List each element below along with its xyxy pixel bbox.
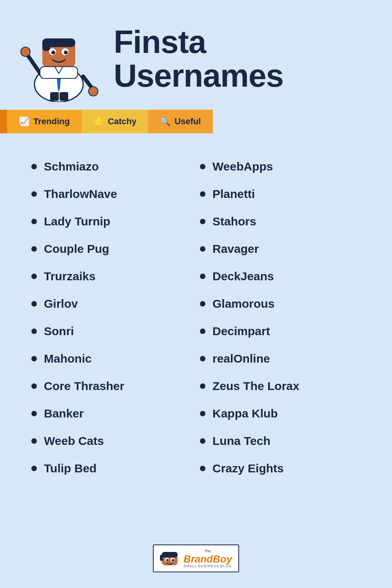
username-text: Lady Turnip [44,215,110,228]
list-item: Mahonic [31,345,200,372]
username-text: Decimpart [212,325,270,338]
header: Finsta Usernames [0,0,392,110]
username-text: Glamorous [212,297,274,310]
username-text: Tulip Bed [44,462,96,475]
content-area: SchmiazoTharlowNaveLady TurnipCouple Pug… [0,145,392,533]
tag-useful[interactable]: 🔍 Useful [148,110,212,133]
list-item: Decimpart [200,318,368,345]
list-item: Crazy Eights [200,455,368,482]
list-item: Schmiazo [31,153,200,180]
list-item: Sonri [31,318,200,345]
useful-icon: 🔍 [160,116,171,127]
username-text: Trurzaiks [44,270,96,283]
bullet-point [31,246,37,252]
list-item: realOnline [200,345,368,372]
bullet-point [31,356,37,361]
left-accent [0,110,7,133]
bullet-point [200,383,205,389]
username-text: Crazy Eights [212,462,284,475]
title-block: Finsta Usernames [114,25,283,93]
username-text: Stahors [212,215,256,228]
username-text: Core Thrasher [44,379,124,393]
svg-rect-26 [160,555,163,561]
username-text: Luna Tech [212,434,270,448]
page-wrapper: Finsta Usernames 📈 Trending ⭐ Catchy 🔍 U… [0,0,392,588]
username-text: Ravager [212,242,259,256]
page-title-line2: Usernames [114,59,283,93]
username-text: Weeb Cats [44,434,104,448]
svg-point-14 [89,87,98,96]
username-text: Kappa Klub [212,407,278,420]
list-item: Lady Turnip [31,208,200,235]
svg-rect-16 [60,92,68,101]
bullet-point [200,246,205,252]
brand-mascot-small [160,549,180,568]
svg-point-24 [166,559,169,561]
brand-name: BrandBoy [183,554,232,565]
username-text: Banker [44,407,84,420]
list-item: Tulip Bed [31,455,200,482]
list-item: Planetti [200,180,368,208]
bullet-point [200,328,205,334]
username-text: Girlov [44,297,78,310]
list-item: WeebApps [200,153,368,180]
tag-trending[interactable]: 📈 Trending [7,110,82,133]
footer: the BrandBoy SMALL BUSINESS BLOG [0,533,392,588]
bullet-point [200,356,205,361]
svg-rect-10 [42,39,50,51]
brand-name-part2: Boy [213,553,232,565]
svg-rect-21 [162,552,178,557]
bullet-point [200,191,205,197]
bullet-point [200,301,205,307]
svg-rect-15 [50,92,59,101]
list-item: Luna Tech [200,427,368,455]
bullet-point [31,466,37,471]
bullet-point [31,219,37,224]
list-item: Glamorous [200,290,368,318]
bullet-point [31,383,37,389]
bullet-point [200,466,205,471]
tag-trending-label: Trending [33,116,70,127]
list-item: Ravager [200,235,368,263]
svg-point-12 [21,47,30,56]
bullet-point [200,438,205,444]
svg-rect-17 [40,67,78,78]
bullet-point [31,328,37,334]
list-item: Trurzaiks [31,263,200,290]
brand-logo: the BrandBoy SMALL BUSINESS BLOG [153,544,239,572]
list-item: TharlowNave [31,180,200,208]
list-item: Stahors [200,208,368,235]
list-item: DeckJeans [200,263,368,290]
left-column: SchmiazoTharlowNaveLady TurnipCouple Pug… [31,153,200,517]
list-item: Zeus The Lorax [200,372,368,400]
username-text: Zeus The Lorax [212,379,299,393]
list-item: Weeb Cats [31,427,200,455]
svg-line-13 [83,76,92,88]
username-text: Sonri [44,325,74,338]
tag-catchy-label: Catchy [108,116,136,127]
brand-tagline: SMALL BUSINESS BLOG [183,564,232,568]
page-title-line1: Finsta [114,25,283,59]
svg-point-8 [64,51,68,54]
bullet-point [200,411,205,416]
list-item: Girlov [31,290,200,318]
bullet-point [200,164,205,169]
bullet-point [31,191,37,197]
username-text: WeebApps [212,160,273,173]
bullet-point [31,438,37,444]
svg-point-7 [51,51,55,54]
list-item: Kappa Klub [200,400,368,427]
svg-point-25 [172,559,174,561]
username-text: DeckJeans [212,270,274,283]
catchy-icon: ⭐ [93,116,104,127]
username-text: Planetti [212,187,255,201]
right-column: WeebAppsPlanettiStahorsRavagerDeckJeansG… [200,153,368,517]
tags-bar: 📈 Trending ⭐ Catchy 🔍 Useful [0,110,392,133]
brand-name-part1: Brand [183,553,213,565]
tag-catchy[interactable]: ⭐ Catchy [82,110,148,133]
list-item: Banker [31,400,200,427]
tag-useful-label: Useful [174,116,201,127]
username-text: Mahonic [44,352,92,365]
brand-text: the BrandBoy SMALL BUSINESS BLOG [183,548,232,568]
mascot-illustration [16,16,102,102]
